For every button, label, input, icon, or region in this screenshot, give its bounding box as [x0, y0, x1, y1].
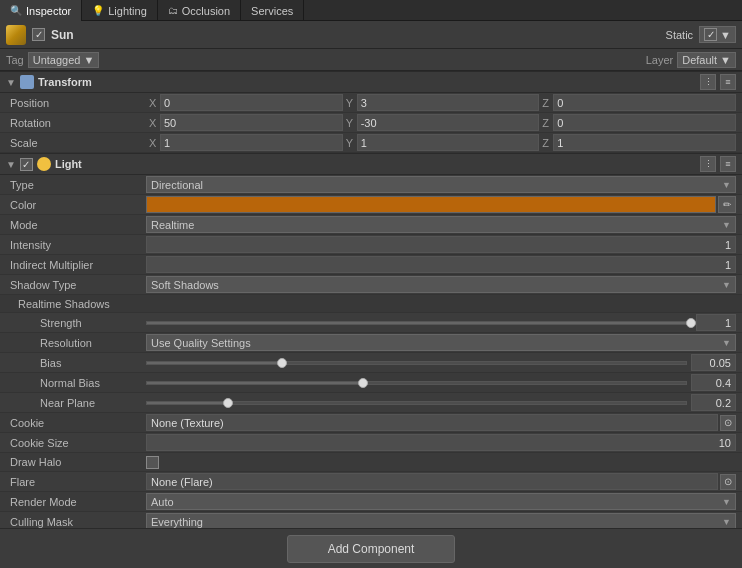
mode-dropdown[interactable]: Realtime ▼	[146, 216, 736, 233]
bias-label: Bias	[6, 357, 146, 369]
light-menu-btn[interactable]: ≡	[720, 156, 736, 172]
add-component-bar: Add Component	[0, 528, 742, 568]
cookie-input[interactable]	[146, 414, 718, 431]
intensity-input[interactable]	[146, 236, 736, 253]
scale-y-label: Y	[343, 137, 357, 149]
rotation-label: Rotation	[6, 117, 146, 129]
gameobject-name[interactable]: Sun	[51, 28, 660, 42]
rotation-x-input[interactable]	[160, 114, 343, 131]
inspector-content: ▼ Transform ⋮ ≡ Position X Y Z Rotation …	[0, 71, 742, 528]
draw-halo-label: Draw Halo	[6, 456, 146, 468]
normal-bias-track[interactable]	[146, 381, 687, 385]
lighting-icon: 💡	[92, 5, 104, 16]
tab-lighting[interactable]: 💡 Lighting	[82, 0, 158, 21]
mode-value: Realtime ▼	[146, 216, 736, 233]
render-mode-value-text: Auto	[151, 496, 174, 508]
rot-y-label: Y	[343, 117, 357, 129]
scale-y-input[interactable]	[357, 134, 540, 151]
draw-halo-row: Draw Halo	[0, 453, 742, 472]
add-component-button[interactable]: Add Component	[287, 535, 456, 563]
tab-occlusion-label: Occlusion	[182, 5, 230, 17]
color-swatch[interactable]	[146, 196, 716, 213]
transform-tools: ⋮ ≡	[700, 74, 736, 90]
cookie-target-icon[interactable]: ⊙	[720, 415, 736, 431]
layer-dropdown-arrow: ▼	[720, 54, 731, 66]
render-mode-label: Render Mode	[6, 496, 146, 508]
cookie-size-label: Cookie Size	[6, 437, 146, 449]
position-y-input[interactable]	[357, 94, 540, 111]
light-section-header[interactable]: ▼ Light ⋮ ≡	[0, 153, 742, 175]
static-checkbox[interactable]	[704, 28, 717, 41]
scale-x-input[interactable]	[160, 134, 343, 151]
rotation-row: Rotation X Y Z	[0, 113, 742, 133]
transform-settings-btn[interactable]: ⋮	[700, 74, 716, 90]
scale-label: Scale	[6, 137, 146, 149]
position-label: Position	[6, 97, 146, 109]
scale-z-input[interactable]	[553, 134, 736, 151]
light-settings-btn[interactable]: ⋮	[700, 156, 716, 172]
transform-title: Transform	[38, 76, 92, 88]
transform-arrow: ▼	[6, 77, 16, 88]
tag-dropdown-arrow: ▼	[83, 54, 94, 66]
cookie-size-input[interactable]	[146, 434, 736, 451]
light-icon	[37, 157, 51, 171]
shadow-type-value-text: Soft Shadows	[151, 279, 219, 291]
tab-bar: 🔍 Inspector 💡 Lighting 🗂 Occlusion Servi…	[0, 0, 742, 21]
indirect-multiplier-input[interactable]	[146, 256, 736, 273]
position-fields: X Y Z	[146, 94, 736, 111]
type-row: Type Directional ▼	[0, 175, 742, 195]
gameobject-enable-checkbox[interactable]	[32, 28, 45, 41]
pos-y-label: Y	[343, 97, 357, 109]
shadow-type-dropdown-arrow: ▼	[722, 280, 731, 290]
transform-section-header[interactable]: ▼ Transform ⋮ ≡	[0, 71, 742, 93]
static-arrow: ▼	[720, 29, 731, 41]
transform-menu-btn[interactable]: ≡	[720, 74, 736, 90]
realtime-shadows-label: Realtime Shadows	[0, 295, 742, 313]
flare-input[interactable]	[146, 473, 718, 490]
layer-value: Default	[682, 54, 717, 66]
near-plane-track[interactable]	[146, 401, 687, 405]
near-plane-input[interactable]	[691, 394, 736, 411]
normal-bias-input[interactable]	[691, 374, 736, 391]
culling-mask-row: Culling Mask Everything ▼	[0, 512, 742, 528]
light-enable-checkbox[interactable]	[20, 158, 33, 171]
resolution-dropdown[interactable]: Use Quality Settings ▼	[146, 334, 736, 351]
flare-target-icon[interactable]: ⊙	[720, 474, 736, 490]
occlusion-icon: 🗂	[168, 5, 178, 16]
rotation-y-input[interactable]	[357, 114, 540, 131]
position-x-input[interactable]	[160, 94, 343, 111]
tab-lighting-label: Lighting	[108, 5, 147, 17]
color-value: ✏	[146, 196, 736, 213]
strength-input[interactable]	[696, 314, 736, 331]
tag-value: Untagged	[33, 54, 81, 66]
type-dropdown-arrow: ▼	[722, 180, 731, 190]
bias-input[interactable]	[691, 354, 736, 371]
static-dropdown[interactable]: ▼	[699, 26, 736, 43]
layer-dropdown[interactable]: Default ▼	[677, 52, 736, 68]
normal-bias-label: Normal Bias	[6, 377, 146, 389]
cookie-size-row: Cookie Size	[0, 433, 742, 453]
tab-occlusion[interactable]: 🗂 Occlusion	[158, 0, 241, 21]
flare-value: ⊙	[146, 473, 736, 490]
intensity-value	[146, 236, 736, 253]
intensity-label: Intensity	[6, 239, 146, 251]
strength-track[interactable]	[146, 321, 692, 325]
culling-mask-dropdown[interactable]: Everything ▼	[146, 513, 736, 528]
color-picker-icon[interactable]: ✏	[718, 196, 736, 213]
shadow-type-dropdown[interactable]: Soft Shadows ▼	[146, 276, 736, 293]
tab-inspector[interactable]: 🔍 Inspector	[0, 0, 82, 21]
render-mode-dropdown[interactable]: Auto ▼	[146, 493, 736, 510]
bias-track[interactable]	[146, 361, 687, 365]
light-arrow: ▼	[6, 159, 16, 170]
near-plane-label: Near Plane	[6, 397, 146, 409]
position-z-input[interactable]	[553, 94, 736, 111]
type-value-text: Directional	[151, 179, 203, 191]
rotation-z-input[interactable]	[553, 114, 736, 131]
tag-dropdown[interactable]: Untagged ▼	[28, 52, 100, 68]
type-dropdown[interactable]: Directional ▼	[146, 176, 736, 193]
scale-row: Scale X Y Z	[0, 133, 742, 153]
draw-halo-checkbox[interactable]	[146, 456, 159, 469]
resolution-dropdown-arrow: ▼	[722, 338, 731, 348]
near-plane-slider	[146, 394, 736, 411]
tab-services[interactable]: Services	[241, 0, 304, 21]
